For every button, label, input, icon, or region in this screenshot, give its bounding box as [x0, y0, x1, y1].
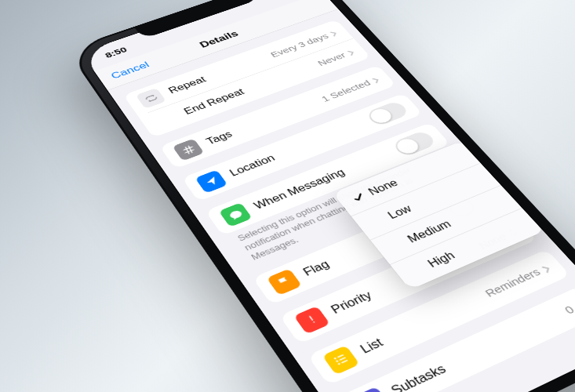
checkmark-placeholder — [410, 267, 425, 273]
svg-rect-3 — [337, 354, 344, 358]
repeat-icon — [135, 88, 166, 109]
svg-rect-5 — [340, 360, 348, 364]
row-value: Reminders — [482, 266, 542, 299]
option-label: High — [424, 249, 457, 270]
spacer-icon — [150, 108, 181, 130]
chevron-right-icon — [329, 30, 338, 37]
chevron-right-icon — [345, 49, 355, 56]
flag-icon — [266, 268, 301, 296]
subtasks-icon — [351, 387, 390, 392]
screen: 8:50 Cancel Details Repeat Every 3 days — [80, 0, 575, 392]
messages-icon — [218, 202, 252, 227]
checkmark-placeholder — [390, 241, 404, 248]
svg-rect-4 — [338, 358, 345, 361]
clock: 8:50 — [103, 45, 129, 59]
chevron-right-icon — [539, 263, 551, 272]
svg-point-1 — [335, 361, 338, 363]
svg-point-0 — [333, 358, 337, 360]
hash-icon — [172, 139, 204, 162]
option-label: None — [366, 177, 400, 198]
checkmark-icon — [348, 191, 369, 205]
option-label: Low — [385, 203, 414, 221]
phone-frame: 8:50 Cancel Details Repeat Every 3 days — [66, 0, 575, 392]
row-value: Never — [315, 51, 347, 67]
row-value: 1 Selected — [318, 78, 372, 103]
chevron-right-icon — [370, 76, 380, 83]
checkmark-placeholder — [370, 218, 384, 224]
location-icon — [195, 169, 227, 193]
priority-icon — [293, 306, 330, 334]
svg-point-2 — [337, 363, 340, 365]
list-icon — [322, 345, 359, 375]
